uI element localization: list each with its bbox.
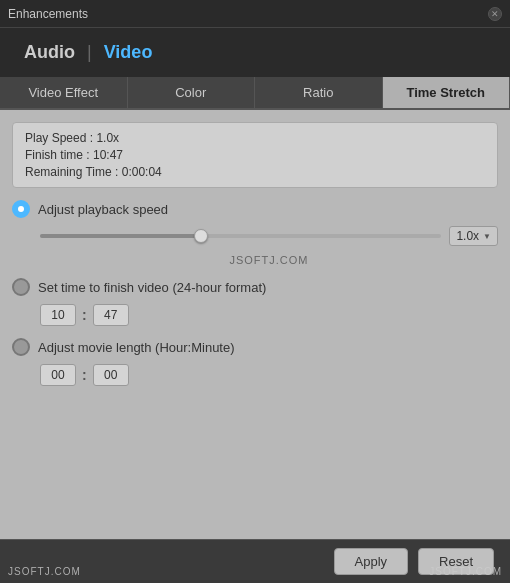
adjust-speed-label: Adjust playback speed — [38, 202, 168, 217]
adjust-speed-radio[interactable] — [12, 200, 30, 218]
movie-length-label: Adjust movie length (Hour:Minute) — [38, 340, 235, 355]
finish-video-hour[interactable]: 10 — [40, 304, 76, 326]
speed-dropdown[interactable]: 1.0x ▼ — [449, 226, 498, 246]
movie-length-radio-row[interactable]: Adjust movie length (Hour:Minute) — [12, 338, 498, 356]
watermark-adjust: JSOFTJ.COM — [12, 254, 498, 266]
apply-button[interactable]: Apply — [334, 548, 409, 575]
speed-slider-fill — [40, 234, 201, 238]
speed-slider-track[interactable] — [40, 234, 441, 238]
tab-ratio[interactable]: Ratio — [255, 77, 383, 108]
tab-color[interactable]: Color — [128, 77, 256, 108]
movie-length-colon: : — [82, 367, 87, 383]
finish-video-radio[interactable] — [12, 278, 30, 296]
speed-slider-row: 1.0x ▼ — [12, 226, 498, 246]
tab-time-stretch[interactable]: Time Stretch — [383, 77, 511, 108]
movie-length-time-row: 00 : 00 — [12, 364, 498, 386]
finish-video-section: Set time to finish video (24-hour format… — [12, 278, 498, 326]
remaining-time-info: Remaining Time : 0:00:04 — [25, 165, 485, 179]
play-speed-info: Play Speed : 1.0x — [25, 131, 485, 145]
finish-video-label: Set time to finish video (24-hour format… — [38, 280, 266, 295]
close-button[interactable]: ✕ — [488, 7, 502, 21]
watermark-bottom-right: JSOFTJ.COM — [429, 566, 502, 577]
finish-video-time-row: 10 : 47 — [12, 304, 498, 326]
movie-length-minute[interactable]: 00 — [93, 364, 129, 386]
av-separator: | — [83, 42, 96, 63]
finish-video-minute[interactable]: 47 — [93, 304, 129, 326]
dropdown-arrow-icon: ▼ — [483, 232, 491, 241]
adjust-speed-section: Adjust playback speed 1.0x ▼ JSOFTJ.COM — [12, 200, 498, 266]
time-stretch-panel: Play Speed : 1.0x Finish time : 10:47 Re… — [0, 110, 510, 539]
movie-length-hour[interactable]: 00 — [40, 364, 76, 386]
window-title: Enhancements — [8, 7, 88, 21]
movie-length-radio[interactable] — [12, 338, 30, 356]
speed-slider-thumb[interactable] — [194, 229, 208, 243]
finish-video-radio-row[interactable]: Set time to finish video (24-hour format… — [12, 278, 498, 296]
watermark-bottom-left: JSOFTJ.COM — [8, 566, 81, 577]
adjust-speed-radio-row[interactable]: Adjust playback speed — [12, 200, 498, 218]
av-tab-bar: Audio | Video — [0, 28, 510, 77]
audio-tab[interactable]: Audio — [16, 38, 83, 67]
movie-length-section: Adjust movie length (Hour:Minute) 00 : 0… — [12, 338, 498, 386]
window-controls: ✕ — [488, 7, 502, 21]
finish-video-colon: : — [82, 307, 87, 323]
main-content: Audio | Video Video Effect Color Ratio T… — [0, 28, 510, 583]
finish-time-info: Finish time : 10:47 — [25, 148, 485, 162]
sub-tab-bar: Video Effect Color Ratio Time Stretch — [0, 77, 510, 110]
title-bar: Enhancements ✕ — [0, 0, 510, 28]
info-box: Play Speed : 1.0x Finish time : 10:47 Re… — [12, 122, 498, 188]
tab-video-effect[interactable]: Video Effect — [0, 77, 128, 108]
video-tab[interactable]: Video — [96, 38, 161, 67]
speed-value: 1.0x — [456, 229, 479, 243]
